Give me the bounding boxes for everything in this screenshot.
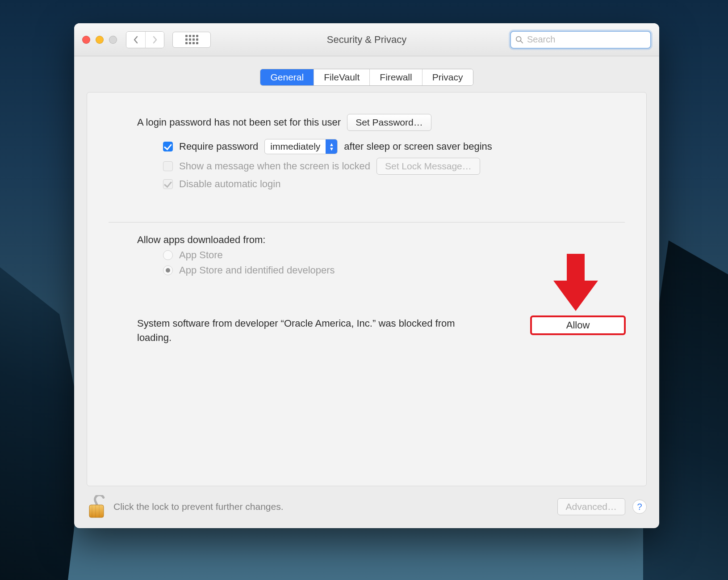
back-button[interactable] [126,32,145,48]
allow-button-wrap: Allow [531,316,625,334]
tab-privacy[interactable]: Privacy [422,69,473,85]
show-all-prefs-button[interactable] [172,32,211,48]
grid-icon [185,35,198,44]
minimize-window-button[interactable] [96,36,104,44]
stepper-arrows-icon: ▲▼ [326,139,337,154]
advanced-button: Advanced… [557,498,625,515]
disable-auto-login-row: Disable automatic login [163,178,625,190]
show-message-label: Show a message when the screen is locked [179,160,370,172]
svg-rect-2 [89,505,104,517]
wallpaper-rock-left [0,267,85,580]
svg-point-0 [516,36,521,41]
tab-general[interactable]: General [260,69,314,85]
require-password-label: Require password [179,141,258,152]
radio-app-store-label: App Store [179,249,223,261]
show-message-row: Show a message when the screen is locked… [163,158,625,175]
allow-apps-heading-row: Allow apps downloaded from: [137,234,625,246]
footer: Click the lock to prevent further change… [74,486,659,528]
preferences-window: Security & Privacy General FileVault Fir… [74,23,659,528]
blocked-software-text: System software from developer “Oracle A… [137,316,485,345]
require-password-row: Require password immediately ▲▼ after sl… [163,139,625,154]
radio-identified-label: App Store and identified developers [179,265,335,276]
login-password-text: A login password has not been set for th… [137,117,341,128]
allow-button[interactable]: Allow [531,316,625,334]
login-password-row: A login password has not been set for th… [137,114,625,131]
lock-open-icon[interactable] [87,495,106,518]
chevron-left-icon [133,36,139,44]
show-message-checkbox [163,161,173,171]
tab-bar: General FileVault Firewall Privacy [260,69,473,86]
chevron-right-icon [152,36,158,44]
nav-back-forward [126,31,164,48]
radio-app-store-row: App Store [163,249,625,261]
blocked-software-row: System software from developer “Oracle A… [109,316,625,345]
window-title: Security & Privacy [327,34,407,46]
disable-auto-login-checkbox [163,179,173,189]
close-window-button[interactable] [82,36,90,44]
titlebar: Security & Privacy [74,23,659,56]
lock-hint-text: Click the lock to prevent further change… [113,501,284,512]
tab-filevault[interactable]: FileVault [314,69,369,85]
set-lock-message-button: Set Lock Message… [377,158,480,175]
set-password-button[interactable]: Set Password… [347,114,431,131]
allow-apps-heading: Allow apps downloaded from: [137,234,265,246]
require-password-after-label: after sleep or screen saver begins [344,141,492,152]
require-password-checkbox[interactable] [163,142,173,151]
forward-button[interactable] [145,32,164,48]
disable-auto-login-label: Disable automatic login [179,178,280,190]
radio-app-store [163,250,173,260]
radio-identified-row: App Store and identified developers [163,265,625,276]
search-input[interactable] [527,34,646,45]
radio-identified-developers [163,265,173,275]
help-button[interactable]: ? [632,500,647,514]
tab-firewall[interactable]: Firewall [369,69,422,85]
annotation-arrow-icon [553,254,598,312]
require-password-delay-select[interactable]: immediately ▲▼ [264,139,338,154]
zoom-window-button [109,36,117,44]
divider [109,222,625,223]
svg-line-1 [521,41,523,43]
search-field-wrap[interactable] [510,31,651,49]
tabs-row: General FileVault Firewall Privacy [74,69,659,86]
require-password-delay-value: immediately [265,141,326,152]
general-panel: A login password has not been set for th… [87,92,647,486]
traffic-lights [82,36,117,44]
search-icon [515,36,523,44]
